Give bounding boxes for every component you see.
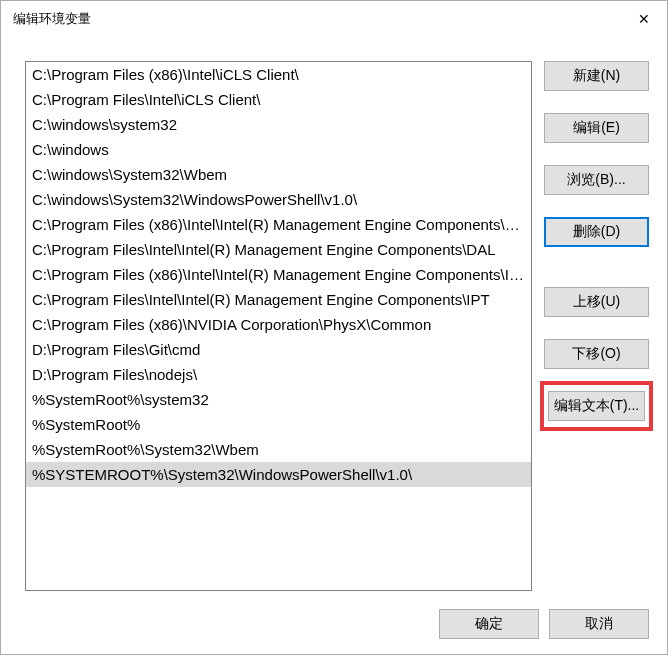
list-item[interactable]: C:\windows <box>26 137 531 162</box>
new-button[interactable]: 新建(N) <box>544 61 649 91</box>
list-item[interactable]: C:\Program Files (x86)\Intel\Intel(R) Ma… <box>26 262 531 287</box>
move-up-button[interactable]: 上移(U) <box>544 287 649 317</box>
cancel-button[interactable]: 取消 <box>549 609 649 639</box>
list-item[interactable]: D:\Program Files\Git\cmd <box>26 337 531 362</box>
ok-button[interactable]: 确定 <box>439 609 539 639</box>
browse-button[interactable]: 浏览(B)... <box>544 165 649 195</box>
list-item[interactable]: C:\Program Files\Intel\Intel(R) Manageme… <box>26 237 531 262</box>
list-item[interactable]: C:\windows\System32\Wbem <box>26 162 531 187</box>
list-item[interactable]: C:\Program Files\Intel\Intel(R) Manageme… <box>26 287 531 312</box>
edit-button[interactable]: 编辑(E) <box>544 113 649 143</box>
move-down-button[interactable]: 下移(O) <box>544 339 649 369</box>
dialog-window: 编辑环境变量 ✕ C:\Program Files (x86)\Intel\iC… <box>0 0 668 655</box>
path-listbox[interactable]: C:\Program Files (x86)\Intel\iCLS Client… <box>25 61 532 591</box>
list-item[interactable]: D:\Program Files\nodejs\ <box>26 362 531 387</box>
list-item[interactable]: C:\Program Files\Intel\iCLS Client\ <box>26 87 531 112</box>
titlebar: 编辑环境变量 ✕ <box>1 1 667 37</box>
close-icon: ✕ <box>638 11 650 27</box>
titlebar-title: 编辑环境变量 <box>13 1 91 37</box>
list-item[interactable]: C:\Program Files (x86)\Intel\Intel(R) Ma… <box>26 212 531 237</box>
side-buttons: 新建(N) 编辑(E) 浏览(B)... 删除(D) 上移(U) 下移(O) 编… <box>544 61 649 591</box>
list-item[interactable]: C:\windows\System32\WindowsPowerShell\v1… <box>26 187 531 212</box>
list-item[interactable]: C:\Program Files (x86)\Intel\iCLS Client… <box>26 62 531 87</box>
list-item[interactable]: %SystemRoot%\system32 <box>26 387 531 412</box>
dialog-footer: 确定 取消 <box>1 603 667 655</box>
list-item[interactable]: C:\windows\system32 <box>26 112 531 137</box>
list-item[interactable]: %SystemRoot% <box>26 412 531 437</box>
dialog-content: C:\Program Files (x86)\Intel\iCLS Client… <box>1 37 667 603</box>
delete-button[interactable]: 删除(D) <box>544 217 649 247</box>
list-item[interactable]: %SYSTEMROOT%\System32\WindowsPowerShell\… <box>26 462 531 487</box>
list-item[interactable]: C:\Program Files (x86)\NVIDIA Corporatio… <box>26 312 531 337</box>
edit-text-button[interactable]: 编辑文本(T)... <box>548 391 645 421</box>
list-item[interactable]: %SystemRoot%\System32\Wbem <box>26 437 531 462</box>
edit-text-highlight: 编辑文本(T)... <box>540 381 653 431</box>
close-button[interactable]: ✕ <box>621 1 667 37</box>
